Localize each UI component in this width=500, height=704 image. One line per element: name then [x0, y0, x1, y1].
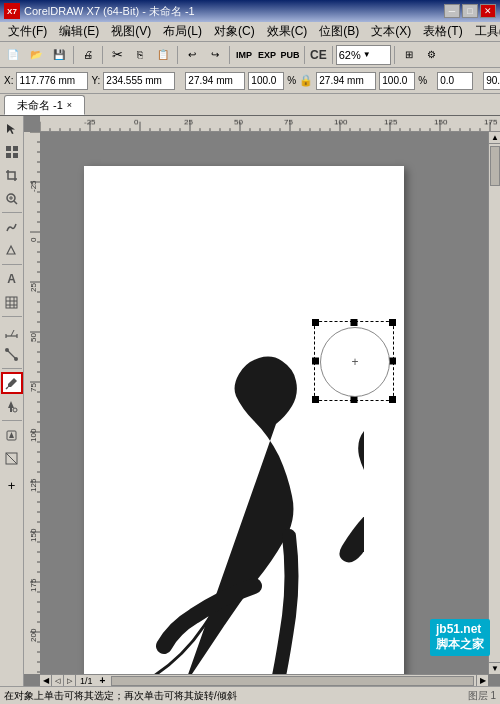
zoom-value: 62%	[339, 49, 361, 61]
ruler-vertical	[24, 132, 40, 674]
watermark: jb51.net 脚本之家	[430, 619, 490, 656]
eyedropper-tool[interactable]	[1, 372, 23, 394]
minimize-button[interactable]: ─	[444, 4, 460, 18]
save-button[interactable]: 💾	[48, 44, 70, 66]
ruler-horizontal	[40, 116, 500, 132]
scroll-up-btn[interactable]: ▲	[489, 132, 500, 144]
snap-button[interactable]: ⊞	[398, 44, 420, 66]
canvas-area[interactable]: + jb51.net 脚本之家 ▲ ▼ ◀ ◁ ▷ 1/1 + ▶	[24, 116, 500, 686]
dimension-tool[interactable]	[1, 320, 23, 342]
menu-table[interactable]: 表格(T)	[417, 22, 468, 41]
menu-layout[interactable]: 布局(L)	[157, 22, 208, 41]
tab-close-button[interactable]: ×	[67, 100, 72, 110]
menu-text[interactable]: 文本(X)	[365, 22, 417, 41]
menu-effects[interactable]: 效果(C)	[261, 22, 314, 41]
menu-tools[interactable]: 工具(O)	[469, 22, 500, 41]
zoom-tool[interactable]	[1, 187, 23, 209]
smart-draw-tool[interactable]	[1, 239, 23, 261]
scroll-thumb-h[interactable]	[111, 676, 474, 686]
close-button[interactable]: ✕	[480, 4, 496, 18]
height-input[interactable]	[316, 72, 376, 90]
svg-rect-0	[6, 146, 11, 151]
separator4	[229, 46, 230, 64]
menu-edit[interactable]: 编辑(E)	[53, 22, 105, 41]
handle-tr[interactable]	[389, 319, 396, 326]
print-button[interactable]: 🖨	[77, 44, 99, 66]
handle-ml[interactable]	[312, 358, 319, 365]
tab-label: 未命名 -1	[17, 98, 63, 113]
add-page-btn[interactable]: +	[97, 675, 109, 687]
table-tool[interactable]	[1, 291, 23, 313]
select-tool[interactable]	[1, 118, 23, 140]
freehand-tool[interactable]	[1, 216, 23, 238]
handle-bm[interactable]	[351, 396, 358, 403]
zoom-dropdown[interactable]: 62% ▼	[336, 45, 391, 65]
options-button[interactable]: ⚙	[421, 44, 443, 66]
selection-box: +	[314, 321, 394, 401]
height-pct-input[interactable]	[379, 72, 415, 90]
connector-tool[interactable]	[1, 343, 23, 365]
maximize-button[interactable]: □	[462, 4, 478, 18]
scroll-down-btn[interactable]: ▼	[489, 662, 500, 674]
text-tool[interactable]: A	[1, 268, 23, 290]
left-sep1	[2, 212, 22, 213]
zoom-arrow: ▼	[363, 50, 371, 59]
redo-button[interactable]: ↪	[204, 44, 226, 66]
page-indicator: 1/1	[76, 676, 97, 686]
add-page-left[interactable]: +	[1, 474, 23, 496]
y-input[interactable]	[103, 72, 175, 90]
undo-button[interactable]: ↩	[181, 44, 203, 66]
scroll-bottom[interactable]: ◀ ◁ ▷ 1/1 + ▶	[40, 674, 488, 686]
angle-input[interactable]	[437, 72, 473, 90]
left-sep3	[2, 316, 22, 317]
open-button[interactable]: 📂	[25, 44, 47, 66]
left-sep2	[2, 264, 22, 265]
copy-button[interactable]: ⎘	[129, 44, 151, 66]
new-button[interactable]: 📄	[2, 44, 24, 66]
transparency-tool[interactable]	[1, 447, 23, 469]
menu-view[interactable]: 视图(V)	[105, 22, 157, 41]
import-button[interactable]: IMP	[233, 44, 255, 66]
page-nav-next[interactable]: ▷	[64, 675, 76, 687]
ce-label: CE	[308, 48, 329, 62]
pct-label2: %	[418, 75, 427, 86]
handle-mr[interactable]	[389, 358, 396, 365]
separator1	[73, 46, 74, 64]
title-text: CorelDRAW X7 (64-Bit) - 未命名 -1	[24, 4, 444, 19]
x-input[interactable]	[16, 72, 88, 90]
x-label: X:	[4, 75, 13, 86]
doc-tab[interactable]: 未命名 -1 ×	[4, 95, 85, 115]
separator5	[304, 46, 305, 64]
export-button[interactable]: EXP	[256, 44, 278, 66]
publish-button[interactable]: PUB	[279, 44, 301, 66]
menu-object[interactable]: 对象(C)	[208, 22, 261, 41]
interactive-fill[interactable]	[1, 424, 23, 446]
angle2-input[interactable]	[483, 72, 500, 90]
scroll-left-btn[interactable]: ◀	[40, 675, 52, 687]
cut-button[interactable]: ✂	[106, 44, 128, 66]
svg-point-19	[14, 357, 18, 361]
page-nav-prev[interactable]: ◁	[52, 675, 64, 687]
handle-br[interactable]	[389, 396, 396, 403]
svg-line-20	[6, 387, 8, 389]
crop-tool[interactable]	[1, 164, 23, 186]
menu-bitmap[interactable]: 位图(B)	[313, 22, 365, 41]
width-input[interactable]	[185, 72, 245, 90]
lock-ratio-button[interactable]: 🔒	[299, 74, 313, 88]
handle-bl[interactable]	[312, 396, 319, 403]
handle-tl[interactable]	[312, 319, 319, 326]
scroll-right[interactable]: ▲ ▼	[488, 132, 500, 674]
fill-tool[interactable]	[1, 395, 23, 417]
scroll-thumb-v[interactable]	[490, 146, 500, 186]
svg-rect-8	[6, 297, 17, 308]
center-cross: +	[351, 355, 358, 369]
separator3	[177, 46, 178, 64]
node-tool[interactable]	[1, 141, 23, 163]
menu-file[interactable]: 文件(F)	[2, 22, 53, 41]
width-pct-input[interactable]	[248, 72, 284, 90]
paste-button[interactable]: 📋	[152, 44, 174, 66]
separator7	[394, 46, 395, 64]
svg-point-21	[13, 408, 17, 412]
scroll-right-btn[interactable]: ▶	[476, 675, 488, 687]
handle-tm[interactable]	[351, 319, 358, 326]
